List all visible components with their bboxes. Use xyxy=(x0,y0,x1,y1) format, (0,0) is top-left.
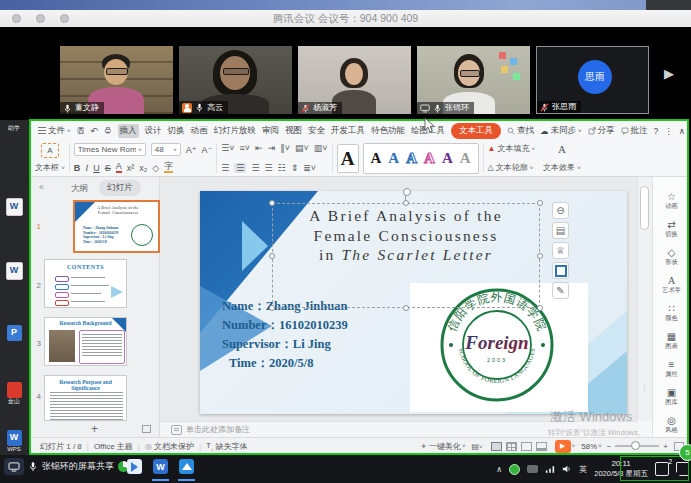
slide-thumbnail-selected[interactable]: A Brief Analysis of theFemale Consciousn… xyxy=(73,200,160,253)
wordart-gallery[interactable]: A A A A A A xyxy=(363,143,479,174)
video-tile[interactable]: 高云 xyxy=(179,46,292,114)
add-slide-button[interactable]: + xyxy=(91,422,98,436)
font-family-select[interactable]: Times New Roman˅ xyxy=(74,143,146,156)
font-color-button[interactable]: A xyxy=(116,162,122,173)
desktop-icon[interactable]: W xyxy=(5,262,23,280)
tab-slideshow[interactable]: 幻灯片放映 xyxy=(214,125,257,137)
zoom-in-button[interactable]: + xyxy=(663,442,668,451)
resize-handle[interactable] xyxy=(537,200,543,206)
find-button[interactable]: 查找 xyxy=(507,125,534,137)
style-icon[interactable]: ♕ xyxy=(552,242,569,259)
network-icon[interactable] xyxy=(545,465,555,474)
decrease-indent-icon[interactable]: ⇤ xyxy=(255,143,263,153)
wordart-style-blue-outline[interactable]: A xyxy=(406,151,417,166)
desktop-icon[interactable]: WWPS xyxy=(5,430,23,454)
resize-handle[interactable] xyxy=(403,305,409,311)
tab-special-features[interactable]: 特色功能 xyxy=(371,125,405,137)
sidebar-item-style[interactable]: ◎风格 xyxy=(653,415,690,435)
screen-share-indicator[interactable]: 张锦环的屏幕共享 xyxy=(4,458,129,475)
taskbar-app-meeting[interactable] xyxy=(127,459,142,474)
slide-thumbnail[interactable]: Research Purpose and Significance xyxy=(44,375,127,421)
textbox-group[interactable]: A 文本框 ˅ xyxy=(31,140,69,176)
scrollbar-thumb[interactable] xyxy=(640,186,649,230)
action-center-icon[interactable] xyxy=(676,462,689,476)
wordart-style-black[interactable]: A xyxy=(371,151,382,166)
video-tile[interactable]: 杨淑芳 xyxy=(298,46,411,114)
resize-handle[interactable] xyxy=(269,253,275,259)
tab-security[interactable]: 安全 xyxy=(308,125,325,137)
resize-handle[interactable] xyxy=(269,200,275,206)
tab-transition[interactable]: 切换 xyxy=(168,125,185,137)
tab-insert[interactable]: 插入 xyxy=(118,124,139,138)
tab-developer[interactable]: 开发工具 xyxy=(331,125,365,137)
more-options-icon[interactable]: ⋮ xyxy=(664,126,673,136)
tab-slides[interactable]: 幻灯片 xyxy=(99,180,141,196)
increase-font-icon[interactable]: A⁺ xyxy=(186,145,197,155)
resize-handle[interactable] xyxy=(537,305,543,311)
slide-thumbnail[interactable]: CONTENTS xyxy=(44,259,127,308)
distribute-icon[interactable]: ☷ xyxy=(278,163,286,173)
textbox-selection[interactable] xyxy=(272,203,540,308)
desktop-icon[interactable]: P xyxy=(5,325,23,341)
text-fill-button[interactable]: ▲文本填充˅ xyxy=(488,143,535,154)
video-tile[interactable]: 董文静 xyxy=(60,46,173,114)
display-mode-icon[interactable]: ▤˅ xyxy=(472,442,483,451)
beautify-button[interactable]: 一键美化 xyxy=(429,441,461,452)
tab-view[interactable]: 视图 xyxy=(285,125,302,137)
desktop-icon[interactable]: 金山 xyxy=(5,382,23,406)
zoom-level[interactable]: 58% xyxy=(581,442,597,451)
share-button[interactable]: 分享 xyxy=(588,125,615,137)
clear-format-icon[interactable]: ◇ xyxy=(152,163,159,173)
underline-button[interactable]: U xyxy=(93,163,100,173)
slide-sorter-icon[interactable] xyxy=(142,425,151,433)
desktop-icon[interactable]: 助学 xyxy=(5,125,23,133)
text-effect-group[interactable]: A 文本效果 ˅ xyxy=(539,140,585,176)
tray-clock[interactable]: 20:11 2020/5/8 星期五 xyxy=(594,459,648,478)
notes-view-button[interactable] xyxy=(536,442,547,451)
collapse-ribbon-icon[interactable]: ∧ xyxy=(679,126,685,136)
align-center-icon[interactable]: ☰ xyxy=(234,163,246,173)
columns-icon[interactable]: ▥˅ xyxy=(314,143,328,153)
slide-sorter-view-button[interactable] xyxy=(506,442,517,451)
wordart-style-pink-outline[interactable]: A xyxy=(424,151,435,166)
zoom-out-button[interactable]: − xyxy=(607,442,612,451)
notification-icon[interactable]: 2 xyxy=(655,462,669,476)
input-language[interactable]: 英 xyxy=(579,464,587,475)
tab-drawing-tools[interactable]: 绘图工具 xyxy=(411,125,445,137)
resize-handle[interactable] xyxy=(537,253,543,259)
tray-camera-icon[interactable] xyxy=(527,465,538,473)
help-icon[interactable]: ? xyxy=(654,126,659,136)
tray-expand-icon[interactable]: ∧ xyxy=(496,465,502,474)
increase-indent-icon[interactable]: ⇥ xyxy=(268,143,276,153)
bullet-list-icon[interactable]: ☰˅ xyxy=(221,143,234,153)
italic-button[interactable]: I xyxy=(85,163,88,173)
sidebar-item-shape[interactable]: ◇形状 xyxy=(653,247,690,267)
slide-author-info[interactable]: Name：Zhang Jinhuan Number：16102010239 Su… xyxy=(222,297,348,373)
sidebar-item-color[interactable]: ∷颜色 xyxy=(653,303,690,323)
rotate-handle[interactable] xyxy=(403,188,411,196)
resize-handle[interactable] xyxy=(269,305,275,311)
taskbar-app-wps[interactable]: W xyxy=(153,459,168,474)
sidebar-item-transition[interactable]: ⇄切换 xyxy=(653,219,690,239)
tab-review[interactable]: 审阅 xyxy=(262,125,279,137)
theme-name[interactable]: Office 主题 xyxy=(94,441,133,452)
speaker-icon[interactable] xyxy=(562,464,572,474)
normal-view-button[interactable] xyxy=(491,442,502,451)
tab-text-tools-active[interactable]: 文本工具 xyxy=(451,123,501,139)
line-spacing-icon[interactable]: ⇕ xyxy=(291,163,299,173)
desktop-icon[interactable]: W xyxy=(5,198,23,216)
shape-fill-icon[interactable] xyxy=(552,262,569,279)
sync-status-button[interactable]: ☁ 未同步˅ xyxy=(540,125,582,137)
undo-icon[interactable]: ↶ xyxy=(90,126,98,136)
sidebar-item-chart[interactable]: ▦图表 xyxy=(653,331,690,351)
slide-thumbnail[interactable]: Research Background xyxy=(44,317,127,366)
next-participants-arrow[interactable]: ▶ xyxy=(664,66,674,81)
align-text-icon[interactable]: ▤˅ xyxy=(295,143,309,153)
print-icon[interactable] xyxy=(104,126,112,135)
paragraph-spacing-icon[interactable]: ≣˅ xyxy=(303,163,316,173)
video-tile[interactable]: 张锦环 xyxy=(417,46,530,114)
comment-button[interactable]: 批注 xyxy=(621,125,648,137)
zoom-slider-knob[interactable] xyxy=(631,441,640,450)
sidebar-item-gallery[interactable]: ▣图库 xyxy=(653,387,690,407)
edit-points-icon[interactable]: ✎ xyxy=(552,282,569,299)
